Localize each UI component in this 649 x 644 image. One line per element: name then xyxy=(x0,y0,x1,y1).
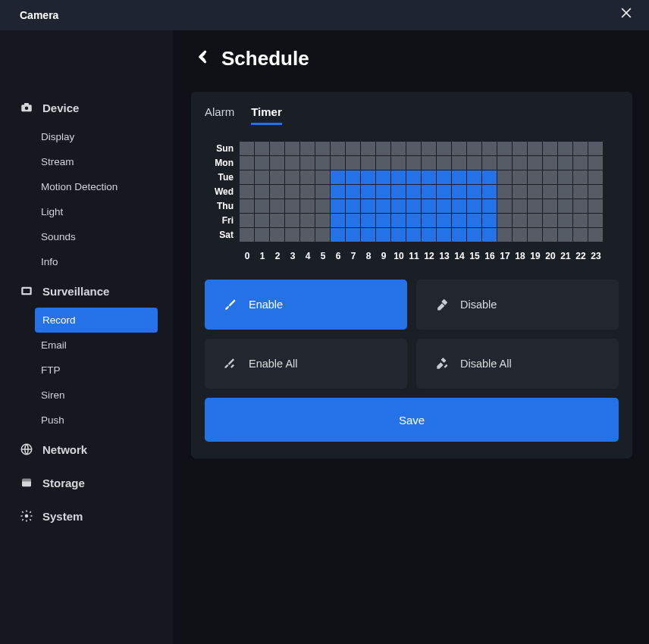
cell-sat-20[interactable] xyxy=(543,228,557,242)
cell-tue-12[interactable] xyxy=(422,170,436,184)
cell-mon-0[interactable] xyxy=(240,156,254,170)
cell-thu-2[interactable] xyxy=(270,199,284,213)
cell-thu-22[interactable] xyxy=(573,199,588,213)
sidebar-item-motion-detection[interactable]: Motion Detection xyxy=(0,174,173,199)
sidebar-group-system[interactable]: System xyxy=(0,499,173,533)
cell-sun-6[interactable] xyxy=(331,142,345,155)
cell-mon-5[interactable] xyxy=(315,156,330,170)
cell-wed-14[interactable] xyxy=(452,185,466,199)
back-icon[interactable] xyxy=(196,49,211,69)
cell-tue-21[interactable] xyxy=(558,170,572,184)
tab-timer[interactable]: Timer xyxy=(251,105,282,125)
cell-tue-18[interactable] xyxy=(513,170,527,184)
cell-tue-19[interactable] xyxy=(528,170,542,184)
cell-sat-17[interactable] xyxy=(497,228,512,242)
cell-thu-3[interactable] xyxy=(285,199,299,213)
cell-sun-20[interactable] xyxy=(543,142,557,155)
cell-sat-8[interactable] xyxy=(361,228,375,242)
cell-sun-0[interactable] xyxy=(240,142,254,155)
cell-fri-22[interactable] xyxy=(573,214,588,227)
cell-thu-7[interactable] xyxy=(346,199,360,213)
cell-fri-18[interactable] xyxy=(513,214,527,227)
cell-fri-14[interactable] xyxy=(452,214,466,227)
cell-fri-1[interactable] xyxy=(255,214,269,227)
cell-sat-4[interactable] xyxy=(300,228,315,242)
cell-thu-20[interactable] xyxy=(543,199,557,213)
cell-tue-8[interactable] xyxy=(361,170,375,184)
cell-sun-4[interactable] xyxy=(300,142,315,155)
cell-mon-23[interactable] xyxy=(588,156,603,170)
cell-thu-18[interactable] xyxy=(513,199,527,213)
sidebar-item-ftp[interactable]: FTP xyxy=(0,358,173,383)
cell-sun-15[interactable] xyxy=(467,142,481,155)
cell-sat-14[interactable] xyxy=(452,228,466,242)
sidebar-group-device[interactable]: Device xyxy=(0,91,173,124)
cell-tue-2[interactable] xyxy=(270,170,284,184)
cell-sat-1[interactable] xyxy=(255,228,269,242)
cell-fri-0[interactable] xyxy=(240,214,254,227)
cell-tue-0[interactable] xyxy=(240,170,254,184)
cell-mon-17[interactable] xyxy=(497,156,512,170)
cell-wed-2[interactable] xyxy=(270,185,284,199)
cell-sat-12[interactable] xyxy=(422,228,436,242)
sidebar-item-siren[interactable]: Siren xyxy=(0,383,173,408)
cell-thu-11[interactable] xyxy=(406,199,421,213)
cell-mon-19[interactable] xyxy=(528,156,542,170)
cell-sun-2[interactable] xyxy=(270,142,284,155)
cell-mon-18[interactable] xyxy=(513,156,527,170)
cell-tue-3[interactable] xyxy=(285,170,299,184)
cell-fri-4[interactable] xyxy=(300,214,315,227)
cell-mon-21[interactable] xyxy=(558,156,572,170)
cell-mon-7[interactable] xyxy=(346,156,360,170)
sidebar-item-info[interactable]: Info xyxy=(0,249,173,274)
cell-mon-6[interactable] xyxy=(331,156,345,170)
cell-tue-9[interactable] xyxy=(376,170,390,184)
sidebar-item-display[interactable]: Display xyxy=(0,124,173,149)
cell-tue-1[interactable] xyxy=(255,170,269,184)
cell-wed-0[interactable] xyxy=(240,185,254,199)
cell-thu-6[interactable] xyxy=(331,199,345,213)
cell-fri-10[interactable] xyxy=(391,214,406,227)
cell-sun-17[interactable] xyxy=(497,142,512,155)
cell-wed-18[interactable] xyxy=(513,185,527,199)
cell-tue-20[interactable] xyxy=(543,170,557,184)
cell-fri-16[interactable] xyxy=(482,214,497,227)
cell-tue-16[interactable] xyxy=(482,170,497,184)
close-icon[interactable] xyxy=(614,2,638,28)
cell-sun-22[interactable] xyxy=(573,142,588,155)
cell-sun-8[interactable] xyxy=(361,142,375,155)
cell-sat-5[interactable] xyxy=(315,228,330,242)
cell-fri-11[interactable] xyxy=(406,214,421,227)
cell-fri-12[interactable] xyxy=(422,214,436,227)
sidebar-group-storage[interactable]: Storage xyxy=(0,466,173,499)
cell-sun-18[interactable] xyxy=(513,142,527,155)
cell-fri-19[interactable] xyxy=(528,214,542,227)
cell-fri-13[interactable] xyxy=(437,214,451,227)
cell-wed-6[interactable] xyxy=(331,185,345,199)
cell-sun-21[interactable] xyxy=(558,142,572,155)
cell-sat-11[interactable] xyxy=(406,228,421,242)
cell-tue-7[interactable] xyxy=(346,170,360,184)
cell-tue-13[interactable] xyxy=(437,170,451,184)
cell-wed-3[interactable] xyxy=(285,185,299,199)
tab-alarm[interactable]: Alarm xyxy=(205,105,234,125)
cell-fri-5[interactable] xyxy=(315,214,330,227)
cell-tue-11[interactable] xyxy=(406,170,421,184)
sidebar-item-push[interactable]: Push xyxy=(0,408,173,433)
cell-sat-19[interactable] xyxy=(528,228,542,242)
cell-thu-0[interactable] xyxy=(240,199,254,213)
cell-fri-17[interactable] xyxy=(497,214,512,227)
cell-wed-4[interactable] xyxy=(300,185,315,199)
cell-sat-2[interactable] xyxy=(270,228,284,242)
cell-mon-9[interactable] xyxy=(376,156,390,170)
cell-sun-16[interactable] xyxy=(482,142,497,155)
cell-thu-14[interactable] xyxy=(452,199,466,213)
cell-wed-11[interactable] xyxy=(406,185,421,199)
cell-tue-15[interactable] xyxy=(467,170,481,184)
cell-mon-2[interactable] xyxy=(270,156,284,170)
cell-sat-23[interactable] xyxy=(588,228,603,242)
cell-wed-5[interactable] xyxy=(315,185,330,199)
cell-tue-6[interactable] xyxy=(331,170,345,184)
cell-thu-21[interactable] xyxy=(558,199,572,213)
cell-sat-18[interactable] xyxy=(513,228,527,242)
